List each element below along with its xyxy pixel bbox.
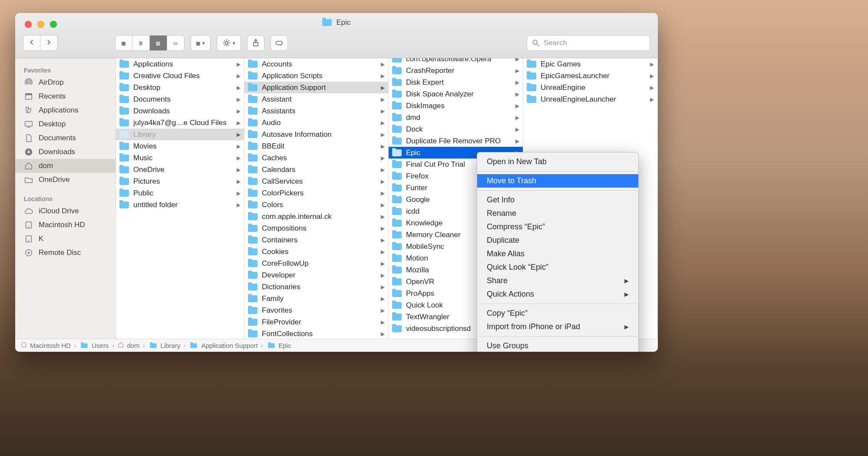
list-item[interactable]: UnrealEngine▶ bbox=[523, 82, 657, 93]
back-button[interactable] bbox=[23, 35, 40, 51]
list-item[interactable]: Movies▶ bbox=[116, 140, 244, 152]
list-item[interactable]: Developer▶ bbox=[244, 269, 388, 281]
list-item[interactable]: Cookies▶ bbox=[244, 246, 388, 258]
sidebar-item-k[interactable]: K bbox=[15, 232, 116, 246]
breadcrumb[interactable]: Library bbox=[149, 342, 181, 349]
list-item[interactable]: Applications▶ bbox=[116, 58, 244, 70]
list-item[interactable]: CrashReporter▶ bbox=[389, 65, 523, 76]
chevron-right-icon: ▶ bbox=[381, 319, 385, 325]
sidebar-item-onedrive[interactable]: OneDrive bbox=[15, 173, 116, 187]
list-item[interactable]: Compositions▶ bbox=[244, 222, 388, 234]
list-item[interactable]: CoreFollowUp▶ bbox=[244, 258, 388, 269]
list-item[interactable]: Dock▶ bbox=[389, 123, 523, 135]
list-item[interactable]: Assistants▶ bbox=[244, 105, 388, 117]
list-item[interactable]: Downloads▶ bbox=[116, 105, 244, 117]
menu-item[interactable]: Duplicate bbox=[477, 234, 638, 247]
list-item[interactable]: Duplicate File Remover PRO▶ bbox=[389, 135, 523, 147]
search-field[interactable]: Search bbox=[527, 35, 650, 51]
list-item[interactable]: FontCollections▶ bbox=[244, 328, 388, 339]
list-item[interactable]: Desktop▶ bbox=[116, 82, 244, 93]
menu-item[interactable]: Make Alias bbox=[477, 247, 638, 261]
disc-icon bbox=[24, 248, 33, 258]
list-item[interactable]: Autosave Information▶ bbox=[244, 129, 388, 140]
menu-item[interactable]: Open in New Tab bbox=[477, 155, 638, 169]
list-item[interactable]: Assistant▶ bbox=[244, 93, 388, 105]
menu-separator bbox=[478, 171, 637, 172]
action-menu-button[interactable]: ▾ bbox=[217, 35, 241, 51]
list-item[interactable]: Application Scripts▶ bbox=[244, 70, 388, 82]
menu-item[interactable]: Copy “Epic” bbox=[477, 307, 638, 320]
list-item[interactable]: dmd▶ bbox=[389, 112, 523, 123]
menu-item[interactable]: Quick Actions▶ bbox=[477, 287, 638, 301]
zoom-button[interactable] bbox=[50, 21, 57, 28]
list-item[interactable]: Documents▶ bbox=[116, 93, 244, 105]
list-item[interactable]: Calendars▶ bbox=[244, 164, 388, 175]
breadcrumb[interactable]: dom bbox=[117, 341, 139, 350]
sidebar-item-desktop[interactable]: Desktop bbox=[15, 117, 116, 131]
breadcrumb[interactable]: Application Support bbox=[189, 342, 257, 349]
list-item[interactable]: julya4ka7@g…e Cloud Files▶ bbox=[116, 117, 244, 129]
sidebar-item-icloud-drive[interactable]: iCloud Drive bbox=[15, 204, 116, 218]
menu-item[interactable]: Import from iPhone or iPad▶ bbox=[477, 320, 638, 334]
view-icons-button[interactable]: ▦ bbox=[115, 35, 132, 51]
column-2[interactable]: Accounts▶Application Scripts▶Application… bbox=[244, 58, 389, 339]
list-item[interactable]: Epic Games▶ bbox=[523, 58, 657, 70]
list-item[interactable]: FileProvider▶ bbox=[244, 316, 388, 328]
sidebar-item-applications[interactable]: Applications bbox=[15, 103, 116, 117]
menu-item[interactable]: Use Groups bbox=[477, 339, 638, 352]
list-item[interactable]: UnrealEngineLauncher▶ bbox=[523, 93, 657, 105]
list-item[interactable]: com.operasoftware.Opera▶ bbox=[389, 58, 523, 65]
sidebar-item-airdrop[interactable]: AirDrop bbox=[15, 76, 116, 89]
menu-item[interactable]: Quick Look “Epic” bbox=[477, 261, 638, 274]
list-item-label: Public bbox=[133, 189, 153, 198]
tags-button[interactable] bbox=[271, 35, 288, 51]
close-button[interactable] bbox=[25, 21, 32, 28]
list-item[interactable]: Public▶ bbox=[116, 187, 244, 199]
list-item[interactable]: Colors▶ bbox=[244, 199, 388, 211]
list-item[interactable]: Creative Cloud Files▶ bbox=[116, 70, 244, 82]
list-item[interactable]: Audio▶ bbox=[244, 117, 388, 129]
list-item[interactable]: Disk Expert▶ bbox=[389, 76, 523, 88]
view-list-button[interactable]: ≣ bbox=[132, 35, 150, 51]
list-item[interactable]: Disk Space Analyzer▶ bbox=[389, 88, 523, 100]
list-item[interactable]: Family▶ bbox=[244, 293, 388, 304]
list-item[interactable]: untitled folder▶ bbox=[116, 199, 244, 211]
list-item[interactable]: Containers▶ bbox=[244, 234, 388, 246]
list-item[interactable]: Dictionaries▶ bbox=[244, 281, 388, 293]
share-button[interactable] bbox=[247, 35, 264, 51]
breadcrumb[interactable]: Macintosh HD bbox=[20, 341, 71, 350]
menu-item[interactable]: Share▶ bbox=[477, 274, 638, 287]
list-item[interactable]: EpicGamesLauncher▶ bbox=[523, 70, 657, 82]
sidebar-item-documents[interactable]: Documents bbox=[15, 131, 116, 145]
view-columns-button[interactable]: ▥ bbox=[150, 35, 167, 51]
list-item[interactable]: ColorPickers▶ bbox=[244, 187, 388, 199]
arrange-button[interactable]: ▦ ▾ bbox=[191, 35, 211, 51]
menu-item[interactable]: Get Info bbox=[477, 193, 638, 207]
menu-item[interactable]: Move to Trash bbox=[477, 174, 638, 188]
breadcrumb[interactable]: Users bbox=[79, 342, 109, 349]
sidebar-item-remote-disc[interactable]: Remote Disc bbox=[15, 246, 116, 260]
breadcrumb[interactable]: Epic bbox=[267, 342, 291, 349]
forward-button[interactable] bbox=[40, 35, 58, 51]
menu-item[interactable]: Compress “Epic” bbox=[477, 220, 638, 234]
column-1[interactable]: Applications▶Creative Cloud Files▶Deskto… bbox=[116, 58, 244, 339]
sidebar-item-downloads[interactable]: Downloads bbox=[15, 145, 116, 159]
view-gallery-button[interactable]: ▭ bbox=[167, 35, 185, 51]
minimize-button[interactable] bbox=[37, 21, 44, 28]
list-item[interactable]: DiskImages▶ bbox=[389, 100, 523, 112]
list-item[interactable]: BBEdit▶ bbox=[244, 140, 388, 152]
list-item[interactable]: Library▶ bbox=[116, 129, 244, 140]
list-item[interactable]: Accounts▶ bbox=[244, 58, 388, 70]
list-item[interactable]: Favorites▶ bbox=[244, 304, 388, 316]
list-item[interactable]: Caches▶ bbox=[244, 152, 388, 164]
list-item[interactable]: com.apple.internal.ck▶ bbox=[244, 211, 388, 222]
list-item[interactable]: OneDrive▶ bbox=[116, 164, 244, 175]
list-item[interactable]: CallServices▶ bbox=[244, 175, 388, 187]
sidebar-item-macintosh-hd[interactable]: Macintosh HD bbox=[15, 218, 116, 232]
list-item[interactable]: Music▶ bbox=[116, 152, 244, 164]
sidebar-item-dom[interactable]: dom bbox=[15, 159, 116, 173]
sidebar-item-recents[interactable]: Recents bbox=[15, 89, 116, 103]
menu-item[interactable]: Rename bbox=[477, 207, 638, 220]
list-item[interactable]: Pictures▶ bbox=[116, 175, 244, 187]
list-item[interactable]: Application Support▶ bbox=[244, 82, 388, 93]
